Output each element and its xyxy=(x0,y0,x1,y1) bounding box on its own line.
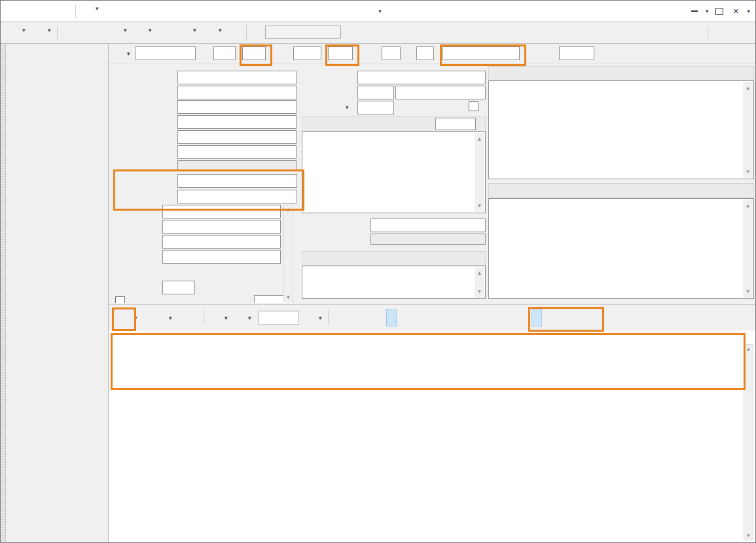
wiedervorlage-header xyxy=(302,116,486,131)
anlass-field[interactable] xyxy=(395,86,486,99)
date-field[interactable] xyxy=(135,46,196,60)
veranstalter-field[interactable] xyxy=(177,71,297,84)
reminder-input[interactable] xyxy=(265,26,341,39)
gruppe-field[interactable] xyxy=(357,101,394,114)
bruttopreise-checkbox[interactable] xyxy=(115,296,125,303)
separator xyxy=(708,25,708,41)
asp-field[interactable] xyxy=(177,100,297,114)
liefertext-header xyxy=(302,251,486,266)
scrollbar[interactable]: ▲▼ xyxy=(475,267,484,298)
kostenstelle-field[interactable] xyxy=(162,235,281,249)
gruppe-checkbox[interactable] xyxy=(469,101,478,111)
window-controls: ▾ × ▾ xyxy=(689,1,750,22)
time-to-field[interactable] xyxy=(242,46,266,60)
fuerwen-field[interactable] xyxy=(177,115,297,129)
table-chevron-icon[interactable]: ▾ xyxy=(248,315,251,321)
add-row-chevron-icon[interactable]: ▾ xyxy=(134,315,137,321)
search-input[interactable] xyxy=(259,311,299,324)
main-toolbar: ▾ ▾ ▾ ▾ ▾ ▾ xyxy=(1,22,755,44)
minimize-button[interactable] xyxy=(689,6,700,16)
freie-sortierung-button[interactable] xyxy=(531,309,542,326)
separator xyxy=(204,309,204,325)
close-button[interactable]: × xyxy=(730,6,741,16)
verantwortlich-field[interactable] xyxy=(162,205,281,219)
table-scrollbar[interactable]: ▲▼ xyxy=(744,344,753,540)
extra-date-field[interactable] xyxy=(559,46,594,60)
unterschrift-field[interactable] xyxy=(162,220,281,234)
grid-toolbar: ▾ ▾ ▾ ▾ ▾ xyxy=(109,304,756,330)
highlight-table xyxy=(111,333,746,390)
wiedervorlage-textarea[interactable]: ▲▼ xyxy=(302,131,486,213)
absprache-header xyxy=(488,66,754,80)
scrollbar[interactable]: ▲▼ xyxy=(743,200,753,298)
veranstalter-contact-field[interactable] xyxy=(177,86,297,99)
grid-zone: ▲▼ xyxy=(109,330,756,543)
lieferung-contact-field[interactable] xyxy=(370,234,486,245)
event-header-row: ▾ xyxy=(109,44,756,63)
kostentraeger-field[interactable] xyxy=(162,250,281,264)
separator xyxy=(328,309,329,325)
close-chevron-icon[interactable]: ▾ xyxy=(747,8,750,14)
gruppe-chevron-icon[interactable]: ▾ xyxy=(346,104,349,111)
check-button[interactable] xyxy=(333,309,338,326)
wiedervorlage-date-field[interactable] xyxy=(435,118,476,130)
separator xyxy=(57,25,58,41)
sidebar xyxy=(6,44,109,542)
title-bar: ▾ ▾ ▾ × ▾ xyxy=(1,1,755,22)
main-panel: ▾ xyxy=(109,44,756,543)
preisschiene-field[interactable] xyxy=(162,281,195,294)
liefertext-textarea[interactable]: ▲▼ xyxy=(302,266,486,299)
vereinbarung-textarea[interactable]: ▲▼ xyxy=(488,198,754,299)
maximize-button[interactable] xyxy=(714,6,725,16)
calendar-chevron-icon[interactable]: ▾ xyxy=(127,50,130,57)
zeit-pers-button[interactable] xyxy=(386,309,397,326)
print-chevron-icon[interactable]: ▾ xyxy=(225,315,228,321)
kl-field[interactable] xyxy=(382,46,401,60)
window-title-area: ▾ xyxy=(1,1,755,22)
left-panel-scrollbar[interactable]: ▲▼ xyxy=(283,205,293,302)
edit-chevron-icon[interactable]: ▾ xyxy=(169,315,172,321)
rechnung-field[interactable] xyxy=(177,174,297,188)
minimize-chevron-icon[interactable]: ▾ xyxy=(706,8,709,14)
title-chevron-down-icon[interactable]: ▾ xyxy=(378,8,382,14)
besteller-contact-field[interactable] xyxy=(177,160,297,171)
export-chevron-icon[interactable]: ▾ xyxy=(319,315,322,321)
pers-from-field[interactable] xyxy=(293,46,321,60)
highlight-add-row xyxy=(112,307,136,331)
left-form-scroll-panel: ▲▼ xyxy=(109,201,302,303)
panel-grip[interactable] xyxy=(1,44,6,542)
scrollbar[interactable]: ▲▼ xyxy=(475,133,484,212)
app-window: ▾ ▾ ▾ × ▾ ▾ ▾ ▾ ▾ ▾ ▾ xyxy=(0,0,756,543)
time-from-field[interactable] xyxy=(213,46,236,60)
pers-to-field[interactable] xyxy=(328,46,353,60)
vereinbarung-header xyxy=(488,183,754,198)
gr-field[interactable] xyxy=(416,46,434,60)
scrollbar[interactable]: ▲▼ xyxy=(743,82,753,178)
status-field[interactable] xyxy=(442,46,520,60)
anlass-code-field[interactable] xyxy=(357,86,394,99)
besteller-field[interactable] xyxy=(177,145,297,159)
separator xyxy=(246,25,247,41)
lieferung-field[interactable] xyxy=(370,219,486,232)
bestellt-field[interactable] xyxy=(177,130,297,144)
ruestzeiten-button[interactable] xyxy=(441,309,446,326)
absprache-textarea[interactable]: ▲▼ xyxy=(488,80,754,179)
anlassgruppe-field[interactable] xyxy=(357,71,486,84)
